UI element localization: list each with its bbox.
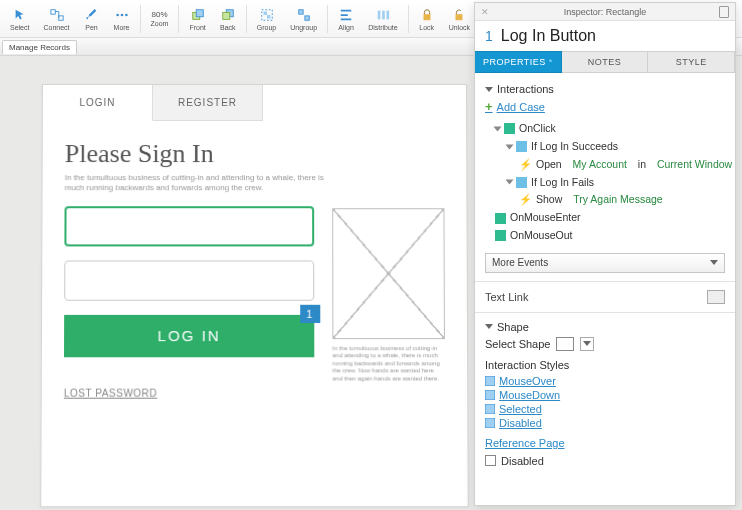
style-icon <box>485 390 495 400</box>
tool-zoom[interactable]: 80%Zoom <box>145 8 175 29</box>
plus-icon: + <box>485 99 493 114</box>
add-case-link[interactable]: +Add Case <box>485 99 725 114</box>
tab-login[interactable]: LOGIN <box>43 85 153 121</box>
tool-label: Align <box>338 24 354 31</box>
tool-front[interactable]: Front <box>183 5 211 33</box>
svg-rect-1 <box>58 15 62 19</box>
tool-select[interactable]: Select <box>4 5 35 33</box>
document-icon[interactable] <box>719 6 729 18</box>
svg-point-4 <box>125 13 128 16</box>
disabled-checkbox-row[interactable]: Disabled <box>485 455 725 467</box>
tool-label: Connect <box>43 24 69 31</box>
shape-dropdown[interactable] <box>580 337 594 351</box>
more-icon <box>114 7 130 23</box>
tool-align[interactable]: Align <box>332 5 360 33</box>
divider <box>475 281 735 282</box>
case-fails[interactable]: If Log In Fails <box>507 174 725 192</box>
section-shape[interactable]: Shape <box>485 321 725 333</box>
checkbox[interactable] <box>485 455 496 466</box>
tool-back[interactable]: Back <box>214 5 242 33</box>
expand-icon <box>506 144 514 149</box>
inspector-titlebar[interactable]: ✕ Inspector: Rectangle <box>475 3 735 21</box>
more-events-dropdown[interactable]: More Events <box>485 253 725 273</box>
tool-ungroup[interactable]: Ungroup <box>284 5 323 33</box>
svg-rect-21 <box>485 390 495 400</box>
login-button[interactable]: LOG IN 1 <box>64 315 314 357</box>
form-description: In the tumultuous business of cutting-in… <box>65 173 326 194</box>
subtab-manage-records[interactable]: Manage Records <box>2 40 77 54</box>
separator <box>408 5 409 33</box>
svg-rect-14 <box>378 10 381 19</box>
event-onclick[interactable]: OnClick <box>495 120 725 138</box>
svg-rect-12 <box>298 9 302 13</box>
event-onmouseout[interactable]: OnMouseOut <box>495 227 725 245</box>
tool-connect[interactable]: Connect <box>37 5 75 33</box>
svg-rect-0 <box>50 9 54 13</box>
style-disabled[interactable]: Disabled <box>485 417 725 429</box>
lock-icon <box>419 7 435 23</box>
tool-label: Lock <box>419 24 434 31</box>
style-selected[interactable]: Selected <box>485 403 725 415</box>
inspector-tab-style[interactable]: STYLE <box>648 51 735 73</box>
action-open[interactable]: ⚡Open My Account in Current Window <box>519 156 725 174</box>
inspector-body: Interactions +Add Case OnClick If Log In… <box>475 73 735 505</box>
password-input[interactable] <box>64 260 314 300</box>
section-interactions[interactable]: Interactions <box>485 83 725 95</box>
chevron-down-icon <box>583 341 591 346</box>
tool-label: Group <box>257 24 276 31</box>
style-mouseover[interactable]: MouseOver <box>485 375 725 387</box>
case-succeeds[interactable]: If Log In Succeeds <box>507 138 725 156</box>
tool-unlock[interactable]: Unlock <box>443 5 476 33</box>
inspector-tab-properties[interactable]: PROPERTIES* <box>475 51 562 73</box>
username-input[interactable] <box>64 206 314 246</box>
image-placeholder[interactable] <box>332 208 445 339</box>
tool-distribute[interactable]: Distribute <box>362 5 404 33</box>
tool-lock[interactable]: Lock <box>413 5 441 33</box>
svg-rect-15 <box>382 10 385 19</box>
svg-rect-16 <box>386 10 389 19</box>
style-icon <box>485 418 495 428</box>
separator <box>140 5 141 33</box>
tool-more[interactable]: More <box>108 5 136 33</box>
shape-preview[interactable] <box>556 337 574 351</box>
event-onmouseenter[interactable]: OnMouseEnter <box>495 209 725 227</box>
panel-tabs: LOGIN REGISTER <box>43 85 466 121</box>
interaction-styles-label: Interaction Styles <box>485 359 725 371</box>
disabled-label: Disabled <box>501 455 544 467</box>
event-icon <box>495 213 506 224</box>
inspector-tab-notes[interactable]: NOTES <box>562 51 649 73</box>
reference-page-link[interactable]: Reference Page <box>485 437 725 449</box>
svg-rect-17 <box>423 14 430 20</box>
inspector-panel: ✕ Inspector: Rectangle 1 Log In Button P… <box>474 2 736 506</box>
tool-label: Distribute <box>368 24 398 31</box>
lost-password-link[interactable]: LOST PASSWORD <box>64 387 315 398</box>
tab-register[interactable]: REGISTER <box>153 85 263 121</box>
unlock-icon <box>451 7 467 23</box>
inspector-widget-name: 1 Log In Button <box>475 21 735 51</box>
login-button-label: LOG IN <box>158 327 221 344</box>
event-icon <box>504 123 515 134</box>
svg-rect-20 <box>485 376 495 386</box>
action-show[interactable]: ⚡Show Try Again Message <box>519 191 725 209</box>
back-icon <box>220 7 236 23</box>
close-icon[interactable]: ✕ <box>481 7 489 17</box>
chevron-down-icon <box>485 87 493 92</box>
tool-pen[interactable]: Pen <box>78 5 106 33</box>
distribute-icon <box>375 7 391 23</box>
style-icon <box>485 376 495 386</box>
note-badge[interactable]: 1 <box>300 305 320 323</box>
footnote-number: 1 <box>485 28 493 44</box>
case-icon <box>516 141 527 152</box>
text-link-swatch[interactable] <box>707 290 725 304</box>
tool-label: Zoom <box>151 20 169 27</box>
style-icon <box>485 404 495 414</box>
tool-group[interactable]: Group <box>251 5 282 33</box>
widget-name[interactable]: Log In Button <box>501 27 596 45</box>
svg-point-3 <box>120 13 123 16</box>
style-mousedown[interactable]: MouseDown <box>485 389 725 401</box>
svg-rect-22 <box>485 404 495 414</box>
chevron-down-icon <box>710 260 718 265</box>
align-icon <box>338 7 354 23</box>
divider <box>475 312 735 313</box>
tool-label: Back <box>220 24 236 31</box>
